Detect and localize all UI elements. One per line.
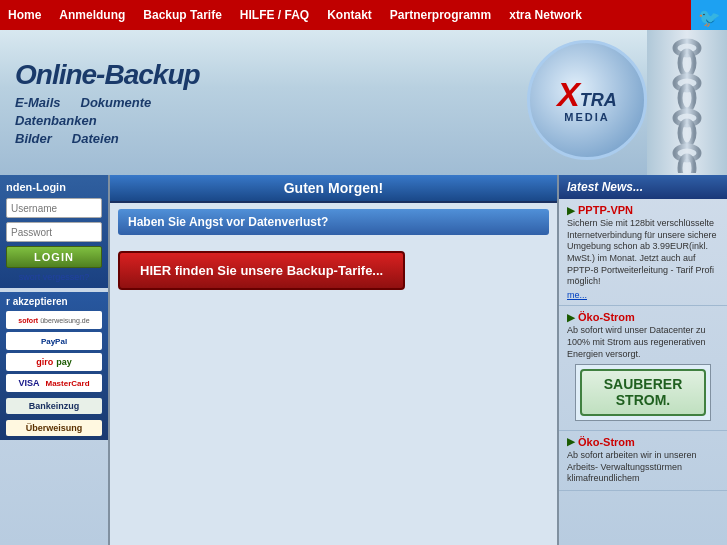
left-sidebar: nden-Login LOGIN swort vergessen? r akze… [0, 175, 110, 545]
payment-section: r akzeptieren sofort überweisung.de PayP… [0, 292, 108, 440]
login-box: nden-Login LOGIN swort vergessen? [0, 175, 108, 288]
nav-partnerprogramm[interactable]: Partnerprogramm [390, 8, 491, 22]
login-button[interactable]: LOGIN [6, 246, 102, 268]
visa-mc-logo: VISA MasterCard [6, 374, 102, 392]
giropay-logo: giro pay [6, 353, 102, 371]
nav-kontakt[interactable]: Kontakt [327, 8, 372, 22]
ueberweisung-logo: Überweisung [6, 420, 102, 436]
right-sidebar: latest News... ▶ PPTP-VPN Sichern Sie mi… [557, 175, 727, 545]
password-input[interactable] [6, 222, 102, 242]
news-item-title-okostrom2: Öko-Strom [578, 436, 635, 448]
news-more-pptp[interactable]: me... [567, 290, 719, 300]
center-content: Guten Morgen! Haben Sie Angst vor Datenv… [110, 175, 557, 545]
datenverlust-bar: Haben Sie Angst vor Datenverlust? [118, 209, 549, 235]
news-item-text-pptp: Sichern Sie mit 128bit verschlüsselte In… [567, 218, 719, 288]
news-item-text-okostrom1: Ab sofort wird unser Datacenter zu 100% … [567, 325, 719, 360]
forgot-password-link[interactable]: swort vergessen? [6, 272, 102, 282]
top-navigation: Home Anmeldung Backup Tarife HILFE / FAQ… [0, 0, 727, 30]
news-header: latest News... [559, 175, 727, 199]
nav-xtra-network[interactable]: xtra Network [509, 8, 582, 22]
header-title: Online-Backup [15, 59, 200, 91]
header-item-bilder: Bilder [15, 131, 52, 146]
sofort-logo: sofort überweisung.de [6, 311, 102, 329]
header-item-emails: E-Mails [15, 95, 61, 110]
nav-backup-tarife[interactable]: Backup Tarife [143, 8, 221, 22]
chain-decoration [647, 30, 727, 175]
bankeinzug-logo: Bankeinzug [6, 398, 102, 414]
nav-hilfe-faq[interactable]: HILFE / FAQ [240, 8, 309, 22]
header-items: E-Mails Dokumente Datenbanken Bilder Dat… [15, 95, 200, 146]
strom-badge-text: SAUBERER STROM. [588, 377, 698, 408]
nav-home[interactable]: Home [8, 8, 41, 22]
username-input[interactable] [6, 198, 102, 218]
header-item-dokumente: Dokumente [81, 95, 152, 110]
logo-x: X [557, 75, 580, 113]
main-content: nden-Login LOGIN swort vergessen? r akze… [0, 175, 727, 545]
news-arrow-icon: ▶ [567, 205, 575, 216]
payment-logos: sofort überweisung.de PayPal giro pay VI… [6, 311, 102, 436]
news-item-title-pptp: PPTP-VPN [578, 204, 633, 216]
news-item-pptp: ▶ PPTP-VPN Sichern Sie mit 128bit versch… [559, 199, 727, 306]
paypal-logo: PayPal [6, 332, 102, 350]
news-item-okostrom1: ▶ Öko-Strom Ab sofort wird unser Datacen… [559, 306, 727, 431]
news-arrow-icon-3: ▶ [567, 436, 575, 447]
news-arrow-icon-2: ▶ [567, 312, 575, 323]
login-title: nden-Login [6, 181, 102, 193]
welcome-bar: Guten Morgen! [110, 175, 557, 203]
strom-image-box: SAUBERER STROM. [575, 364, 711, 421]
news-item-title-okostrom1: Öko-Strom [578, 311, 635, 323]
news-item-text-okostrom2: Ab sofort arbeiten wir in unseren Arbeit… [567, 450, 719, 485]
nav-anmeldung[interactable]: Anmeldung [59, 8, 125, 22]
logo-media: MEDIA [564, 111, 609, 123]
header-item-datenbanken: Datenbanken [15, 113, 97, 128]
header-item-dateien: Dateien [72, 131, 119, 146]
backup-tarife-button[interactable]: HIER finden Sie unsere Backup-Tarife... [118, 251, 405, 290]
header-text: Online-Backup E-Mails Dokumente Datenban… [0, 49, 215, 156]
xtra-media-logo: XTRA MEDIA [527, 40, 647, 160]
logo-tra: TRA [580, 90, 617, 110]
header-banner: Online-Backup E-Mails Dokumente Datenban… [0, 30, 727, 175]
payment-section-title: r akzeptieren [6, 296, 102, 307]
news-item-okostrom2: ▶ Öko-Strom Ab sofort arbeiten wir in un… [559, 431, 727, 491]
strom-badge: SAUBERER STROM. [580, 369, 706, 416]
